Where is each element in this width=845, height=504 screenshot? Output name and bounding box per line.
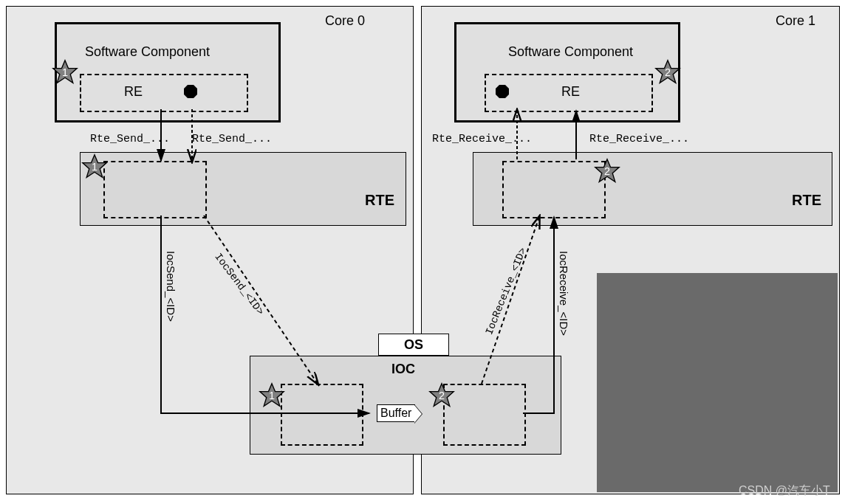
re-left [80,74,248,112]
watermark: CSDN @汽车小T [739,483,830,499]
port-right [495,84,510,99]
gray-block [597,273,838,492]
iocsend-solid-label: IocSend_<ID> [165,251,177,322]
svg-text:2: 2 [439,390,445,401]
rte-send-label-2: Rte_Send_... [192,133,272,145]
buffer-box: Buffer [377,404,415,422]
star-rte-left: 1 [81,153,108,180]
svg-text:1: 1 [92,161,98,173]
star-swc-left: 1 [52,59,78,86]
iocreceive-solid-label: IocReceive_<ID> [558,251,570,336]
rte-left-inner [103,161,207,218]
rte-receive-label-2: Rte_Receive_... [589,133,689,145]
os-box: OS [378,334,449,356]
core0-label: Core 0 [325,13,365,29]
rte-right-inner [502,161,606,218]
rte-send-label-1: Rte_Send_... [90,133,170,145]
ioc-inner-left [281,384,363,446]
svg-marker-5 [496,85,509,98]
star-swc-right: 2 [654,59,681,86]
rte-receive-label-1: Rte_Receive_... [432,133,532,145]
svg-text:2: 2 [665,66,671,78]
diagram-root: Core 0 Core 1 Software Component RE Soft… [0,0,845,504]
swc-left-label: Software Component [85,44,210,60]
svg-text:2: 2 [604,165,610,177]
rte-left-label: RTE [365,192,394,209]
core1-label: Core 1 [776,13,815,29]
re-right-label: RE [561,84,580,100]
star-rte-right: 2 [594,158,620,184]
ioc-label: IOC [391,362,415,377]
os-label: OS [379,334,448,356]
re-left-label: RE [124,84,143,100]
rte-right-label: RTE [792,192,821,209]
svg-text:1: 1 [269,390,275,401]
star-ioc-left: 1 [259,382,285,409]
swc-right-label: Software Component [508,44,633,60]
port-left [183,84,198,99]
svg-marker-4 [184,85,197,98]
star-ioc-right: 2 [428,382,455,409]
ioc-inner-right [443,384,526,446]
star-num: 1 [62,66,68,78]
buffer-label: Buffer [380,407,411,419]
